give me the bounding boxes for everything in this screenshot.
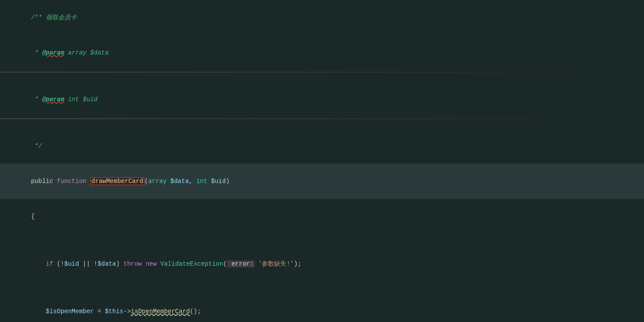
space-err1 <box>255 260 258 267</box>
new1 <box>142 260 146 267</box>
comment-param-int-text: int <box>64 96 83 103</box>
var-data1: $data <box>98 260 116 267</box>
code-line-4: */ <box>0 128 644 164</box>
space-ve1 <box>157 260 160 267</box>
var-this1: $this <box>105 308 123 315</box>
code-editor: /** 领取会员卡 * @param array $data * @param … <box>0 0 644 322</box>
param-tag-int: @param <box>42 96 64 103</box>
code-line-function-sig: public function drawMemberCard(array $da… <box>0 164 644 199</box>
comment-param-array-text: array <box>64 49 90 56</box>
param-data: $data <box>170 178 189 185</box>
fn-isopen: isOpenMemberCard <box>131 308 190 315</box>
brace-open: { <box>31 213 34 220</box>
param-tag-array: @param <box>42 49 64 56</box>
code-line-divider1 <box>0 70 644 82</box>
code-line-2: * @param array $data <box>0 35 644 70</box>
comment-data-var: $data <box>90 49 109 56</box>
kw-if1: if <box>46 260 53 267</box>
code-line-brace: { <box>0 199 644 234</box>
code-line-isopen: $isOpenMember = $this->isOpenMemberCard(… <box>0 294 644 322</box>
comment-uid-var: $uid <box>83 96 98 103</box>
function-name-highlight: drawMemberCard <box>90 177 145 185</box>
code-line-1: /** 领取会员卡 <box>0 0 644 35</box>
code-line-divider2 <box>0 117 644 128</box>
or1: || ! <box>79 260 98 267</box>
call1: (); <box>190 308 201 315</box>
param-uid: $uid <box>211 178 226 185</box>
space <box>86 178 90 185</box>
param-int-type: int <box>196 178 207 185</box>
assign1: = <box>94 308 105 315</box>
var-uid1: $uid <box>64 260 79 267</box>
comment-param-array: * <box>31 49 42 56</box>
indent2 <box>31 308 46 315</box>
kw-new1: new <box>146 260 157 267</box>
code-line-3: * @param int $uid <box>0 82 644 117</box>
hl-error1: error: <box>227 260 255 267</box>
space3 <box>207 178 211 185</box>
comment-param-int: * <box>31 96 42 103</box>
paren1: ( <box>223 260 227 267</box>
end1: ); <box>294 260 301 267</box>
comment-doc: /** 领取会员卡 <box>31 14 77 21</box>
class-validate1: ValidateException <box>161 260 223 267</box>
paren-close: ) <box>226 178 229 185</box>
indent <box>31 260 46 267</box>
arrow1: -> <box>123 308 131 315</box>
str-missing: '参数缺失!' <box>258 260 294 267</box>
param-array-type: array <box>148 178 167 185</box>
keyword-public: public <box>31 178 57 185</box>
code-line-blank2 <box>0 282 644 294</box>
fn-params: ( <box>144 178 148 185</box>
if1-content: (! <box>53 260 64 267</box>
kw-throw1: throw <box>124 260 142 267</box>
keyword-function: function <box>57 178 86 185</box>
code-line-if-uid: if (!$uid || !$data) throw new ValidateE… <box>0 246 644 282</box>
comma: , <box>189 178 196 185</box>
throw1: ) <box>116 260 124 267</box>
code-line-blank1 <box>0 234 644 246</box>
var-isopen: $isOpenMember <box>46 308 94 315</box>
comment-end: */ <box>31 143 42 150</box>
